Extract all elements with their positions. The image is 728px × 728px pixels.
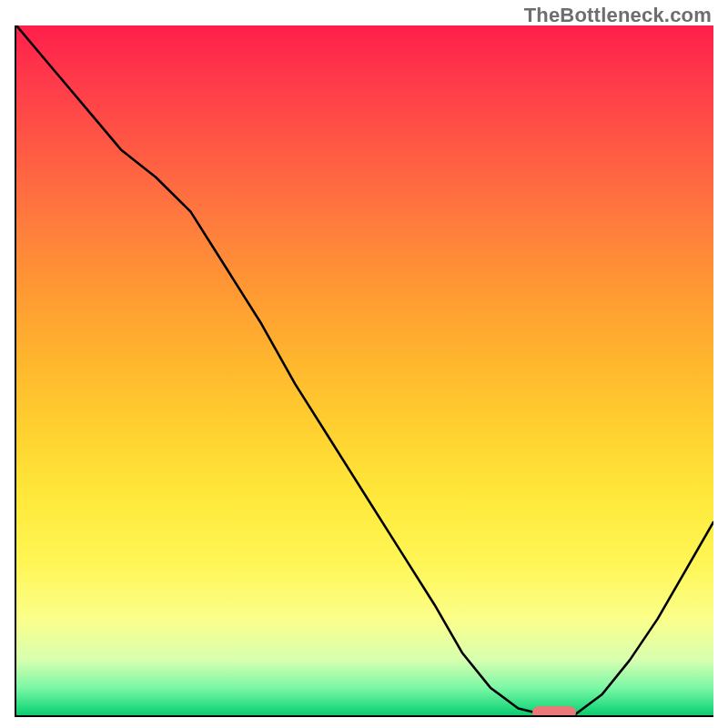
chart-container: TheBottleneck.com <box>0 0 728 728</box>
plot-area <box>15 25 713 717</box>
bottleneck-curve <box>16 25 713 715</box>
attribution-label: TheBottleneck.com <box>524 4 712 27</box>
optimal-marker <box>532 706 576 717</box>
